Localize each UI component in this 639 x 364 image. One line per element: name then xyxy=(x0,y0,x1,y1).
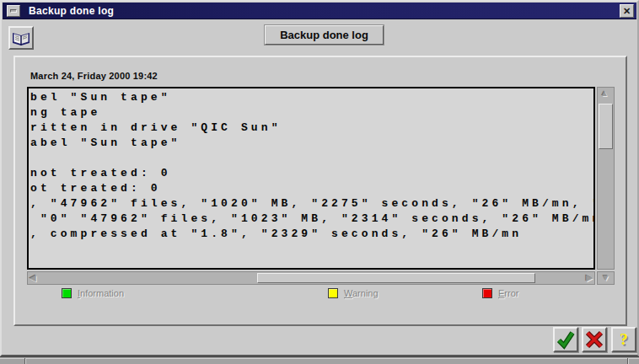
scroll-up-icon[interactable]: ▲ xyxy=(600,89,609,98)
legend-item-error[interactable]: Error xyxy=(482,287,518,299)
help-button[interactable]: ? xyxy=(611,327,636,352)
scroll-left-icon[interactable]: ◀ xyxy=(30,274,36,282)
log-line: , compressed at "1.8", "2329" seconds, "… xyxy=(30,227,593,242)
vertical-scrollbar[interactable]: ▲ xyxy=(597,87,615,270)
log-line: not treated: 0 xyxy=(30,166,593,181)
legend-item-warning[interactable]: Warning xyxy=(328,287,379,299)
log-line xyxy=(30,151,593,166)
legend-label-error: Error xyxy=(498,288,518,298)
log-line: bel "Sun tape" xyxy=(30,90,593,105)
log-line: ot treated: 0 xyxy=(30,181,593,196)
log-line: ritten in drive "QIC Sun" xyxy=(30,120,593,136)
horizontal-scrollbar-thumb[interactable] xyxy=(257,273,535,283)
legend-label-warning: Warning xyxy=(344,288,379,298)
check-icon xyxy=(556,329,576,350)
log-book-button[interactable] xyxy=(8,26,34,50)
background-window-edge xyxy=(0,356,639,364)
question-mark-icon: ? xyxy=(620,330,628,349)
log-date: March 24, Friday 2000 19:42 xyxy=(30,71,158,81)
log-panel: March 24, Friday 2000 19:42 bel "Sun tap… xyxy=(13,56,627,326)
legend-label-information: Information xyxy=(78,288,124,298)
log-line: ng tape xyxy=(30,105,593,120)
scroll-down-icon[interactable]: ▼ xyxy=(602,274,610,282)
dialog-header-label: Backup done log xyxy=(265,25,384,45)
error-swatch xyxy=(482,288,492,298)
window-menu-icon[interactable] xyxy=(7,5,20,17)
x-icon xyxy=(585,330,604,349)
log-line: "0" "47962" files, "1023" MB, "2314" sec… xyxy=(30,211,593,227)
close-button[interactable]: ✕ xyxy=(620,4,634,18)
horizontal-scrollbar[interactable]: ◀ ▶ xyxy=(27,271,595,285)
legend-item-information[interactable]: Information xyxy=(62,287,124,299)
backup-done-log-window: Backup done log ✕ Backup done log March … xyxy=(0,0,639,356)
information-swatch xyxy=(62,288,72,298)
close-icon: ✕ xyxy=(623,7,631,16)
log-text-area[interactable]: bel "Sun tape"ng taperitten in drive "QI… xyxy=(27,87,595,270)
warning-swatch xyxy=(328,288,338,298)
titlebar[interactable]: Backup done log ✕ xyxy=(3,3,636,19)
log-line: , "47962" files, "1020" MB, "2275" secon… xyxy=(30,196,593,211)
window-title: Backup done log xyxy=(29,5,114,17)
ok-button[interactable] xyxy=(553,327,578,352)
scrollbar-corner[interactable]: ▼ xyxy=(597,271,615,285)
log-line: abel "Sun tape" xyxy=(30,136,593,151)
cancel-button[interactable] xyxy=(582,327,607,352)
scroll-right-icon[interactable]: ▶ xyxy=(586,274,593,282)
vertical-scrollbar-thumb[interactable] xyxy=(599,104,613,149)
open-book-icon xyxy=(12,30,30,46)
